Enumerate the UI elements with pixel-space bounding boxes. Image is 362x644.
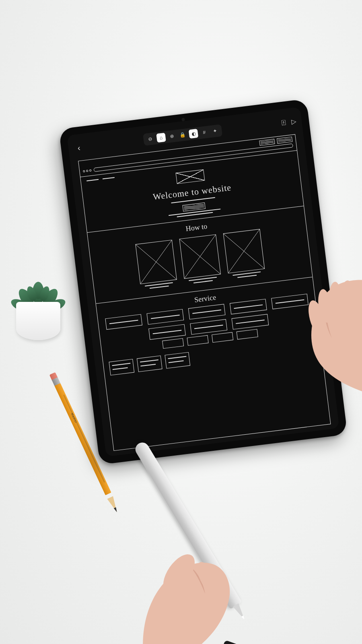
wf-text-line [193, 280, 213, 283]
wf-tab-placeholder [277, 136, 292, 144]
wf-text-line [237, 275, 257, 278]
wf-image-placeholder [135, 240, 177, 284]
succulent-plant [12, 272, 64, 340]
settings-icon[interactable]: ✦ [210, 126, 220, 136]
wf-service-item [188, 304, 226, 320]
wf-tab-placeholder [259, 139, 275, 146]
wf-text-line [177, 212, 213, 217]
wf-image-placeholder [179, 234, 221, 279]
back-button[interactable]: ‹ [74, 142, 84, 153]
wf-window-dot [86, 169, 88, 172]
wf-service-item [230, 299, 267, 314]
wf-card [223, 229, 265, 279]
wf-nav-item [86, 179, 99, 182]
wf-footer-box [109, 359, 135, 376]
svg-rect-7 [218, 640, 255, 644]
wf-service-item [148, 324, 186, 340]
zoom-out-icon[interactable]: ⊖ [146, 134, 156, 144]
wf-service-item [147, 309, 184, 325]
camera-icon[interactable]: ⌂ [156, 133, 166, 143]
wf-card [135, 240, 177, 290]
wf-nav-item [103, 177, 115, 180]
wf-chip [237, 329, 258, 340]
wf-service-item [232, 314, 269, 330]
wf-service-item [190, 319, 227, 335]
wf-text-line [150, 285, 169, 289]
wf-footer-box [137, 355, 162, 372]
zoom-in-icon[interactable]: ⊕ [167, 132, 177, 142]
wf-window-dot [89, 169, 92, 171]
tool-cluster: ⊖ ⌂ ⊕ 🔒 ◐ # ✦ [143, 124, 222, 146]
wf-image-placeholder [223, 229, 265, 273]
wf-card [179, 234, 222, 284]
contrast-icon[interactable]: ◐ [189, 129, 199, 139]
wf-chip [162, 338, 184, 349]
wf-logo-placeholder [176, 169, 205, 184]
lock-icon[interactable]: 🔒 [178, 130, 188, 140]
wf-service-item [105, 314, 142, 330]
wf-window-dot [83, 170, 85, 172]
grid-icon[interactable]: # [200, 128, 210, 138]
wf-footer-box [165, 352, 190, 369]
right-hand [265, 258, 362, 427]
left-hand [113, 507, 257, 644]
share-icon[interactable]: ⍐ [281, 119, 286, 127]
play-icon[interactable]: ▷ [291, 117, 296, 125]
wf-cta-button [182, 202, 206, 212]
wf-chip [187, 335, 209, 346]
wf-chip [212, 332, 233, 343]
